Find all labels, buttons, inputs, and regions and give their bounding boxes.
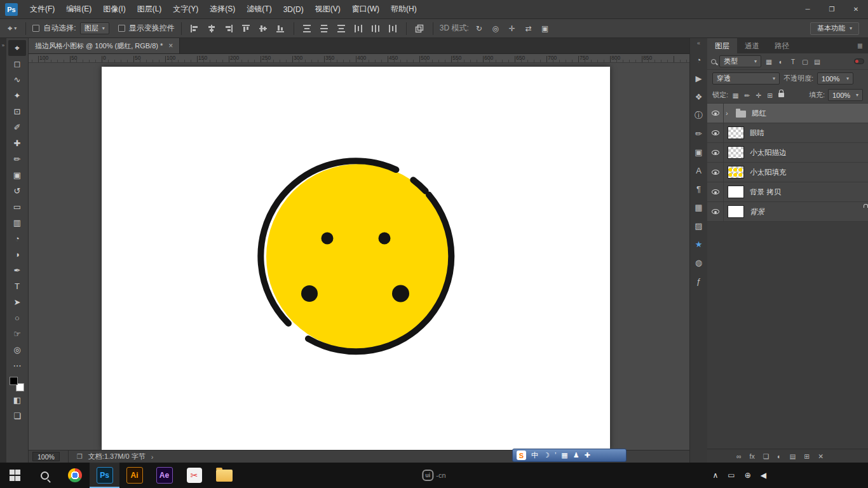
menu-filter[interactable]: 滤镜(T) — [241, 0, 277, 18]
lock-artboard-icon[interactable]: ⊞ — [766, 92, 774, 99]
auto-select-checkbox[interactable] — [32, 25, 39, 32]
layer-visibility-toggle[interactable] — [707, 123, 724, 142]
shape-tool[interactable]: ○ — [8, 310, 26, 326]
layer-visibility-toggle[interactable] — [707, 182, 724, 201]
marquee-tool[interactable]: ◻ — [8, 56, 26, 72]
filter-pixel-icon[interactable]: ▦ — [764, 58, 773, 65]
edit-toolbar-button[interactable]: ⋯ — [8, 358, 26, 374]
menu-3d[interactable]: 3D(D) — [278, 0, 309, 18]
layer-comps-panel-icon[interactable]: ƒ — [691, 274, 707, 288]
panel-menu-icon[interactable]: ≣ — [857, 42, 868, 50]
align-left-icon[interactable] — [188, 22, 201, 35]
3d-slide-icon[interactable]: ⇄ — [522, 22, 535, 35]
distribute-vcenter-icon[interactable] — [318, 22, 331, 35]
dodge-tool[interactable]: ◑ — [8, 247, 26, 262]
layer-visibility-toggle[interactable] — [707, 202, 724, 221]
adjustments-panel-icon[interactable]: ❖ — [691, 90, 707, 104]
layer-visibility-toggle[interactable] — [707, 104, 724, 123]
menu-image[interactable]: 图像(I) — [97, 0, 131, 18]
tray-show-hidden-icon[interactable]: ∧ — [713, 471, 719, 480]
opacity-dropdown[interactable]: 100% ▾ — [817, 72, 853, 85]
ime-chinese-mode[interactable]: 中 — [531, 452, 538, 459]
expand-panels-icon[interactable]: « — [697, 40, 700, 49]
color-swatches[interactable] — [10, 377, 25, 392]
menu-view[interactable]: 视图(V) — [309, 0, 346, 18]
paragraph-panel-icon[interactable]: ¶ — [691, 182, 707, 196]
filter-adjustment-icon[interactable]: ◐ — [776, 58, 785, 65]
status-expand-icon[interactable]: › — [151, 453, 154, 461]
filter-shape-icon[interactable]: ▢ — [801, 58, 810, 65]
distribute-left-icon[interactable] — [352, 22, 365, 35]
filter-smart-icon[interactable]: ▤ — [813, 58, 822, 65]
swatches-panel-icon[interactable]: ▦ — [691, 200, 707, 215]
healing-brush-tool[interactable]: ✚ — [8, 135, 26, 151]
tray-volume-icon[interactable]: ◀ — [761, 471, 766, 480]
favorites-panel-icon[interactable]: ★ — [691, 237, 707, 252]
layer-visibility-toggle[interactable] — [707, 143, 724, 162]
restore-button[interactable]: ❐ — [820, 0, 844, 18]
close-tab-icon[interactable]: × — [168, 41, 173, 50]
filter-kind-dropdown[interactable]: 类型 ▾ — [719, 55, 761, 67]
gradient-tool[interactable]: ▥ — [8, 215, 26, 231]
menu-window[interactable]: 窗口(W) — [346, 0, 385, 18]
layer-mask-button[interactable]: ❏ — [763, 452, 769, 460]
layer-row[interactable]: › 眼睛 — [707, 123, 868, 143]
align-vcenter-icon[interactable] — [257, 22, 270, 35]
ime-fullhalf-moon[interactable]: ☽ — [543, 452, 550, 459]
tab-paths[interactable]: 路径 — [767, 38, 797, 53]
lasso-tool[interactable]: ∿ — [8, 72, 26, 88]
zoom-tool[interactable]: ◎ — [8, 342, 26, 358]
document-tab[interactable]: 描边风格小图标 @ 100% (腮红, RGB/8) * × — [29, 38, 180, 53]
minimize-button[interactable]: ─ — [796, 0, 820, 18]
ime-toolbox[interactable]: ✚ — [585, 452, 590, 459]
distribute-right-icon[interactable] — [386, 22, 400, 35]
info-panel-icon[interactable]: ⓘ — [691, 108, 707, 123]
tab-layers[interactable]: 图层 — [707, 38, 737, 53]
layer-row[interactable]: › 小太阳填充 — [707, 163, 868, 182]
show-transform-checkbox[interactable] — [118, 25, 125, 32]
distribute-bottom-icon[interactable] — [335, 22, 348, 35]
layer-row[interactable]: › 背景 拷贝 — [707, 182, 868, 202]
lock-position-icon[interactable]: ✛ — [754, 92, 763, 99]
menu-select[interactable]: 选择(S) — [204, 0, 241, 18]
adjustment-layer-button[interactable]: ◐ — [777, 452, 781, 460]
layer-group-button[interactable]: ▤ — [789, 452, 796, 460]
lock-transparent-icon[interactable]: ▦ — [731, 92, 740, 99]
brush-settings-panel-icon[interactable]: ✏ — [691, 126, 707, 141]
tray-tablet-icon[interactable]: ▭ — [728, 471, 735, 480]
quick-selection-tool[interactable]: ✦ — [8, 88, 26, 104]
3d-scale-icon[interactable]: ▣ — [539, 22, 552, 35]
taskbar-illustrator[interactable]: Ai — [119, 463, 149, 488]
align-bottom-icon[interactable] — [274, 22, 287, 35]
taskbar-search-button[interactable] — [30, 463, 60, 488]
taskbar-file-explorer[interactable] — [209, 463, 239, 488]
libraries-panel-icon[interactable]: ◍ — [691, 255, 707, 270]
eraser-tool[interactable]: ▭ — [8, 199, 26, 215]
brush-tool[interactable]: ✏ — [8, 151, 26, 167]
distribute-hcenter-icon[interactable] — [369, 22, 383, 35]
3d-pan-icon[interactable]: ✛ — [506, 22, 519, 35]
type-tool[interactable]: T — [8, 278, 26, 294]
taskbar-photoshop[interactable]: Ps — [90, 463, 119, 488]
link-layers-button[interactable]: ∞ — [736, 452, 742, 460]
collapse-toolbar-icon[interactable]: » — [2, 43, 4, 48]
styles-panel-icon[interactable]: ▨ — [691, 219, 707, 233]
menu-edit[interactable]: 编辑(E) — [60, 0, 97, 18]
lock-all-icon[interactable] — [778, 93, 784, 97]
fill-dropdown[interactable]: 100% ▾ — [828, 89, 863, 101]
move-tool[interactable]: ⌖ — [8, 40, 26, 56]
layer-style-button[interactable]: fx — [750, 452, 755, 460]
3d-roll-icon[interactable]: ◎ — [489, 22, 502, 35]
tab-channels[interactable]: 通道 — [737, 38, 767, 53]
taskbar-chrome[interactable] — [60, 463, 90, 488]
tray-network-icon[interactable]: ⊕ — [745, 471, 751, 480]
layer-row[interactable]: › 腮红 — [707, 104, 868, 123]
new-layer-button[interactable]: ⊞ — [804, 452, 810, 460]
quick-mask-button[interactable]: ◧ — [8, 392, 26, 408]
align-hcenter-icon[interactable] — [205, 22, 219, 35]
auto-align-layers-icon[interactable] — [413, 22, 426, 35]
ime-punctuation[interactable]: ’ — [555, 452, 556, 459]
history-panel-icon[interactable]: ◔ — [691, 53, 707, 67]
auto-select-target-dropdown[interactable]: 图层 ▾ — [80, 22, 109, 34]
clone-stamp-tool[interactable]: ▣ — [8, 167, 26, 183]
